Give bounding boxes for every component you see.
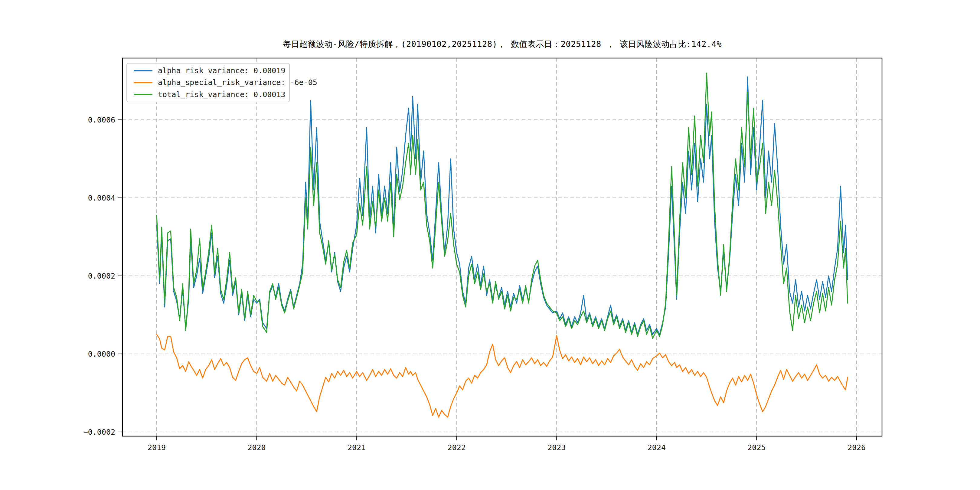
x-tick-label: 2023 [547,443,566,452]
y-tick-label: −0.0002 [83,428,115,436]
legend-label: total_risk_variance: 0.00013 [158,90,285,99]
y-tick-label: 0.0004 [88,194,115,202]
legend-line-swatch-blue [134,70,153,72]
legend-label: alpha_special_risk_variance: -6e-05 [158,78,317,87]
y-tick-label: 0.0000 [88,350,115,358]
legend-item-alpha-risk-variance: alpha_risk_variance: 0.00019 [127,66,289,75]
x-tick-label: 2024 [648,443,666,452]
x-tick-label: 2025 [748,443,765,452]
x-tick-label: 2026 [848,443,865,452]
line-alpha_special_risk_variance [157,334,848,417]
x-tick-label: 2021 [348,443,366,452]
figure: 每日超额波动-风险/特质拆解，(20190102,20251128)， 数值表示… [0,0,980,490]
x-tick-label: 2019 [148,443,166,452]
x-tick-label: 2020 [247,443,266,452]
legend-item-total-risk-variance: total_risk_variance: 0.00013 [127,90,289,99]
series-lines [157,73,848,417]
x-tick-label: 2022 [448,443,466,452]
y-tick-label: 0.0002 [88,272,115,280]
y-tick-label: 0.0006 [88,116,115,124]
legend-line-swatch-green [134,94,153,95]
legend-line-swatch-orange [134,82,153,83]
line-total_risk_variance [157,73,848,338]
legend: alpha_risk_variance: 0.00019 alpha_speci… [126,63,290,102]
tick-marks [118,120,857,441]
legend-label: alpha_risk_variance: 0.00019 [158,66,285,75]
legend-item-alpha-special-risk-variance: alpha_special_risk_variance: -6e-05 [127,78,289,87]
